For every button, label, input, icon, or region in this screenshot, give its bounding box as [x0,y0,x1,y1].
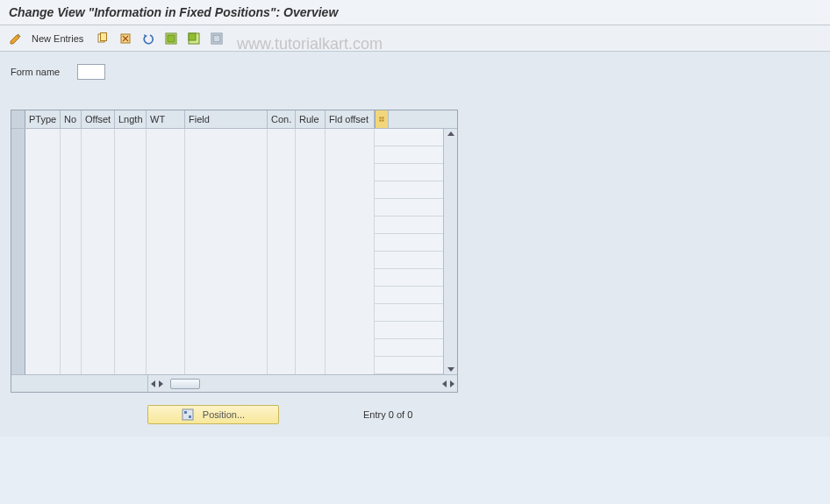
col-field[interactable]: Field [185,110,268,128]
scroll-up-icon[interactable] [447,131,454,136]
page-title: Change View "Information in Fixed Positi… [0,0,830,25]
svg-rect-11 [380,120,382,122]
table-row [11,304,457,322]
svg-rect-6 [189,33,196,40]
toggle-change-icon[interactable] [7,30,25,47]
scroll-right-icon[interactable] [159,380,163,387]
row-selector[interactable] [11,339,25,357]
row-selector[interactable] [11,269,25,287]
grid-configure-icon[interactable] [375,110,389,128]
col-rule[interactable]: Rule [296,110,326,128]
row-selector[interactable] [11,199,25,217]
table-row [11,181,457,199]
copy-icon[interactable] [94,30,111,47]
table-row [11,339,457,357]
col-fldoffset[interactable]: Fld offset [326,110,375,128]
table-row [11,287,457,304]
row-selector[interactable] [11,252,25,269]
row-selector[interactable] [11,181,25,199]
position-button[interactable]: Position... [147,405,279,424]
form-name-label: Form name [11,67,60,77]
table-row [11,357,457,374]
col-con[interactable]: Con. [268,110,296,128]
svg-rect-12 [383,120,384,122]
position-button-label: Position... [203,409,245,420]
hscroll-track[interactable] [148,379,457,389]
table-row [11,129,457,146]
grid-footer: Position... Entry 0 of 0 [11,405,819,424]
scroll-left-end-icon[interactable] [442,380,447,387]
scroll-down-icon[interactable] [447,367,454,372]
col-no[interactable]: No [61,110,82,128]
hscroll-thumb[interactable] [170,379,200,389]
svg-rect-4 [168,35,175,42]
table-row [11,164,457,181]
svg-rect-10 [383,117,384,119]
row-selector[interactable] [11,287,25,304]
table-row [11,146,457,164]
undo-icon[interactable] [140,30,157,47]
row-selector[interactable] [11,129,25,146]
form-name-input[interactable] [77,64,105,80]
table-row [11,322,457,339]
select-all-icon[interactable] [162,30,180,47]
col-ptype[interactable]: PType [25,110,61,128]
new-entries-button[interactable]: New Entries [32,33,83,44]
table-row [11,234,457,252]
col-wt[interactable]: WT [147,110,185,128]
hscroll-fixed-spacer [11,375,148,392]
data-grid: PType No Offset Lngth WT Field Con. Rule… [11,110,458,393]
row-selector[interactable] [11,146,25,164]
row-selector[interactable] [11,217,25,234]
vertical-scrollbar[interactable] [443,129,457,374]
scroll-left-icon[interactable] [151,380,155,387]
table-row [11,252,457,269]
table-row [11,269,457,287]
select-block-icon[interactable] [185,30,203,47]
entry-status: Entry 0 of 0 [363,409,412,420]
grid-header-filler [389,110,457,128]
horizontal-scrollbar [11,374,457,392]
content-area: Form name PType No Offset Lngth WT Field… [0,52,830,437]
grid-body [11,129,457,374]
row-selector[interactable] [11,322,25,339]
deselect-all-icon[interactable] [208,30,225,47]
row-selector[interactable] [11,164,25,181]
scroll-right-end-icon[interactable] [450,380,454,387]
form-name-row: Form name [11,64,819,80]
col-lngth[interactable]: Lngth [115,110,147,128]
row-selector[interactable] [11,234,25,252]
row-selector[interactable] [11,304,25,322]
table-row [11,199,457,217]
toolbar: New Entries [0,25,830,52]
table-row [11,217,457,234]
grid-select-all-header[interactable] [11,110,25,128]
col-offset[interactable]: Offset [82,110,115,128]
grid-header: PType No Offset Lngth WT Field Con. Rule… [11,110,457,129]
delete-icon[interactable] [117,30,134,47]
svg-rect-1 [101,32,107,40]
svg-rect-9 [380,117,382,119]
row-selector[interactable] [11,357,25,374]
svg-rect-15 [189,415,191,418]
svg-rect-13 [182,409,193,420]
svg-rect-8 [213,35,220,42]
position-icon [182,408,194,421]
svg-rect-14 [184,411,187,414]
